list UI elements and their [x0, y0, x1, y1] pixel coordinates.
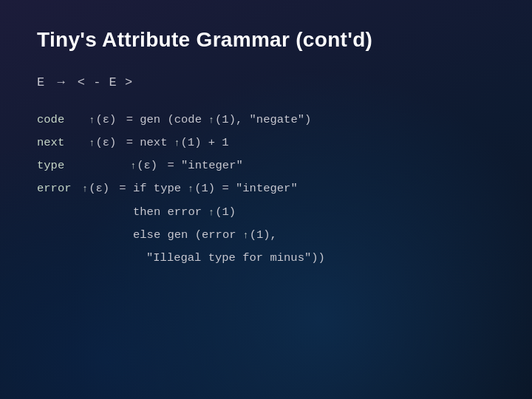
- attr-code: code: [37, 110, 75, 130]
- rule-error-1: error ↑(ε) = if type ↑(1) = "integer": [37, 179, 495, 199]
- prod-rhs: < - E >: [78, 75, 133, 89]
- next-synth: ↑(ε): [75, 133, 116, 153]
- prod-lhs: E: [37, 75, 45, 89]
- attr-next: next: [37, 133, 75, 153]
- production-rule: E → < - E >: [37, 75, 495, 89]
- next-rhs: = next ↑(1) + 1: [119, 133, 228, 153]
- rule-error-3: else gen (error ↑(1),: [133, 225, 495, 245]
- type-indent: [75, 156, 130, 176]
- attr-error: error: [37, 179, 75, 199]
- code-synth: ↑(ε): [75, 110, 116, 130]
- error-rhs2: then error ↑(1): [133, 202, 236, 222]
- attr-type: type: [37, 156, 75, 176]
- type-synth: ↑(ε): [130, 156, 157, 176]
- rule-error-2: then error ↑(1): [133, 202, 495, 222]
- code-rhs: = gen (code ↑(1), "negate"): [119, 110, 311, 130]
- rule-error-4: "Illegal type for minus")): [146, 248, 495, 268]
- slide-title: Tiny's Attribute Grammar (cont'd): [37, 28, 495, 52]
- attribute-rules: code ↑(ε) = gen (code ↑(1), "negate") ne…: [37, 110, 495, 268]
- type-rhs: = "integer": [160, 156, 243, 176]
- error-rhs1: = if type ↑(1) = "integer": [112, 179, 298, 199]
- rule-next: next ↑(ε) = next ↑(1) + 1: [37, 133, 495, 153]
- prod-arrow: →: [57, 75, 65, 89]
- rule-type: type ↑(ε) = "integer": [37, 156, 495, 176]
- error-synth: ↑(ε): [75, 179, 109, 199]
- rule-code: code ↑(ε) = gen (code ↑(1), "negate"): [37, 110, 495, 130]
- error-rhs4: "Illegal type for minus")): [146, 248, 325, 268]
- slide-content: Tiny's Attribute Grammar (cont'd) E → < …: [0, 0, 532, 293]
- error-rhs3: else gen (error ↑(1),: [133, 225, 277, 245]
